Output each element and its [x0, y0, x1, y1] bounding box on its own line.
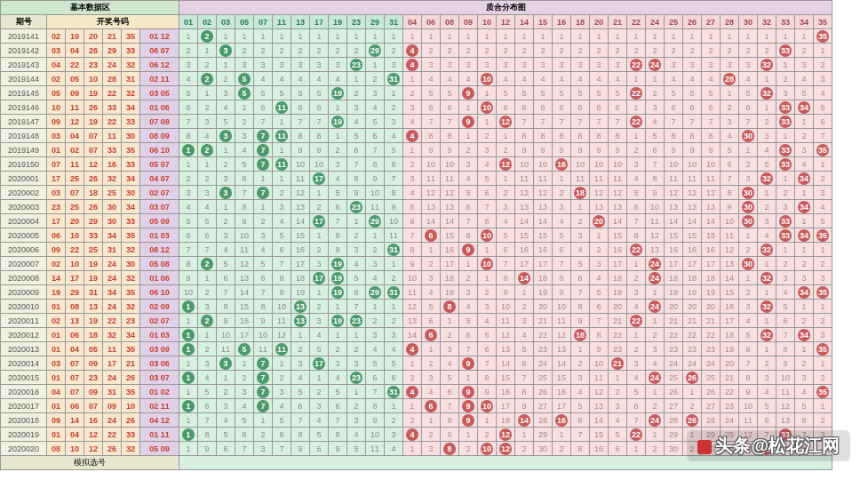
grid-cell: 4: [366, 100, 385, 115]
grid-cell: 16: [702, 243, 721, 257]
grid-cell: 5: [683, 86, 702, 100]
grid-cell: 5: [515, 342, 534, 356]
grid-cell: 30: [739, 200, 758, 214]
ball-cell: 04: [66, 129, 84, 143]
grid-cell: 2: [627, 271, 646, 285]
grid-cell: 1: [683, 385, 702, 399]
ball-cell: 19: [84, 271, 103, 285]
ball-cell: 19: [84, 115, 103, 129]
grid-cell: 7: [739, 356, 758, 371]
grid-cell: 8: [571, 129, 590, 143]
grid-cell: 5: [273, 413, 291, 428]
blue-cell: 06 10: [140, 143, 179, 157]
grid-cell: 2: [422, 257, 441, 271]
grid-cell: 6: [609, 442, 627, 456]
grid-cell: 24: [702, 356, 721, 371]
blue-cell: 01 02: [140, 385, 179, 399]
grid-cell: 5: [776, 300, 795, 314]
grid-cell: 7: [459, 342, 478, 356]
grid-cell: 2: [198, 342, 217, 356]
grid-cell: 10: [590, 356, 609, 371]
grid-cell: 9: [459, 356, 478, 371]
ball-cell: 03: [47, 44, 66, 58]
grid-cell: 3: [459, 58, 478, 72]
grid-cell: 32: [758, 243, 776, 257]
grid-cell: 3: [739, 300, 758, 314]
issue-cell: 2020001: [1, 172, 47, 186]
grid-cell: 18: [683, 271, 702, 285]
grid-cell: 6: [422, 328, 441, 342]
grid-cell: 6: [739, 342, 758, 356]
grid-cell: 11: [571, 172, 590, 186]
grid-cell: 12: [273, 328, 291, 342]
grid-cell: 7: [179, 243, 198, 257]
ball-cell: 32: [122, 58, 140, 72]
grid-cell: 7: [235, 186, 254, 200]
grid-cell: 1: [179, 143, 198, 157]
grid-cell: 3: [235, 129, 254, 143]
grid-cell: 5: [459, 314, 478, 328]
grid-cell: 9: [217, 314, 235, 328]
grid-cell: 24: [683, 356, 702, 371]
ball-cell: 25: [103, 186, 122, 200]
grid-cell: 6: [366, 371, 385, 385]
grid-cell: 5: [534, 86, 553, 100]
grid-cell: 3: [721, 115, 739, 129]
ball-cell: 04: [66, 342, 84, 356]
ball-cell: 09: [47, 243, 66, 257]
grid-cell: 4: [571, 385, 590, 399]
grid-cell: 1: [702, 29, 721, 44]
grid-cell: 3: [478, 58, 497, 72]
grid-cell: 5: [179, 214, 198, 228]
grid-cell: 10: [739, 399, 758, 413]
grid-cell: 4: [795, 72, 814, 86]
grid-cell: 2: [254, 214, 273, 228]
grid-cell: 2: [795, 129, 814, 143]
grid-cell: 7: [217, 285, 235, 300]
grid-cell: 5: [254, 86, 273, 100]
grid-cell: 10: [478, 442, 497, 456]
grid-cell: 1: [179, 371, 198, 385]
grid-cell: 5: [422, 300, 441, 314]
grid-cell: 5: [814, 214, 832, 228]
grid-cell: 30: [739, 214, 758, 228]
ball-cell: 22: [66, 58, 84, 72]
grid-cell: 5: [273, 86, 291, 100]
grid-cell: 22: [627, 115, 646, 129]
grid-cell: 18: [721, 328, 739, 342]
grid-cell: 1: [646, 72, 665, 86]
grid-cell: 14: [665, 214, 683, 228]
grid-cell: 1: [179, 328, 198, 342]
grid-cell: 3: [217, 172, 235, 186]
ball-cell: 07: [47, 157, 66, 172]
ball-cell: 07: [66, 356, 84, 371]
grid-cell: 7: [366, 385, 385, 399]
grid-cell: 2: [422, 428, 441, 442]
grid-cell: 2: [814, 413, 832, 428]
table-row: 2020003232526303403 07441813132623119513…: [1, 200, 832, 214]
grid-cell: 3: [776, 86, 795, 100]
grid-cell: 21: [609, 356, 627, 371]
grid-cell: 2: [329, 342, 347, 356]
grid-cell: 10: [571, 157, 590, 172]
grid-cell: 8: [739, 371, 758, 385]
grid-cell: 1: [310, 228, 329, 243]
blue-cell: 02 11: [140, 72, 179, 86]
grid-cell: 3: [217, 44, 235, 58]
grid-cell: 7: [478, 200, 497, 214]
grid-cell: 5: [646, 129, 665, 143]
grid-cell: 2: [814, 172, 832, 186]
grid-cell: 3: [441, 342, 459, 356]
table-row: 2020011021319222302 07129169111331923221…: [1, 314, 832, 328]
ball-cell: 24: [103, 371, 122, 385]
blue-cell: 02 11: [140, 399, 179, 413]
grid-cell: 2: [198, 100, 217, 115]
grid-cell: 2: [385, 271, 403, 285]
ball-cell: 02: [47, 29, 66, 44]
grid-cell: 6: [627, 200, 646, 214]
grid-cell: 2: [254, 44, 273, 58]
grid-cell: 10: [534, 157, 553, 172]
grid-cell: 14: [609, 214, 627, 228]
grid-cell: 5: [198, 385, 217, 399]
grid-cell: 8: [441, 442, 459, 456]
